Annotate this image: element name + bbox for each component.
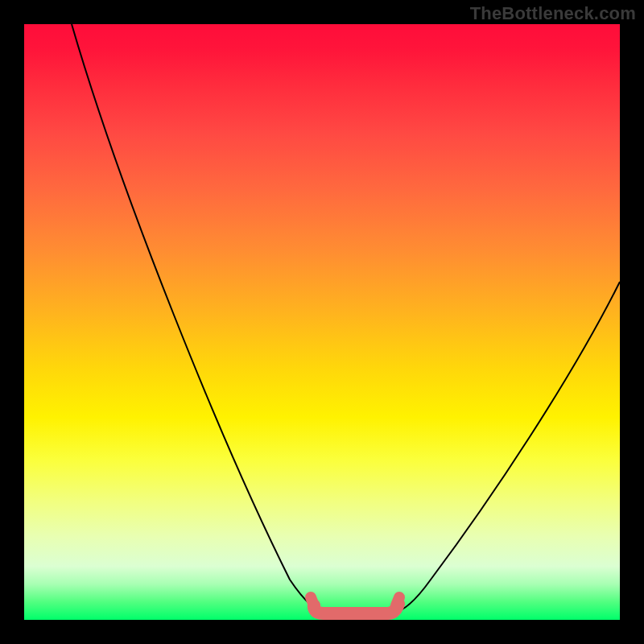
bottleneck-curve-left xyxy=(72,24,324,613)
optimal-range-marker-left-cap xyxy=(311,597,314,605)
watermark-text: TheBottleneck.com xyxy=(470,3,636,24)
optimal-range-marker-right-cap xyxy=(396,597,399,605)
plot-area xyxy=(24,24,620,620)
bottleneck-curve-right xyxy=(393,282,620,613)
curve-layer xyxy=(24,24,620,620)
chart-frame: TheBottleneck.com xyxy=(0,0,644,644)
optimal-range-marker xyxy=(314,604,398,613)
